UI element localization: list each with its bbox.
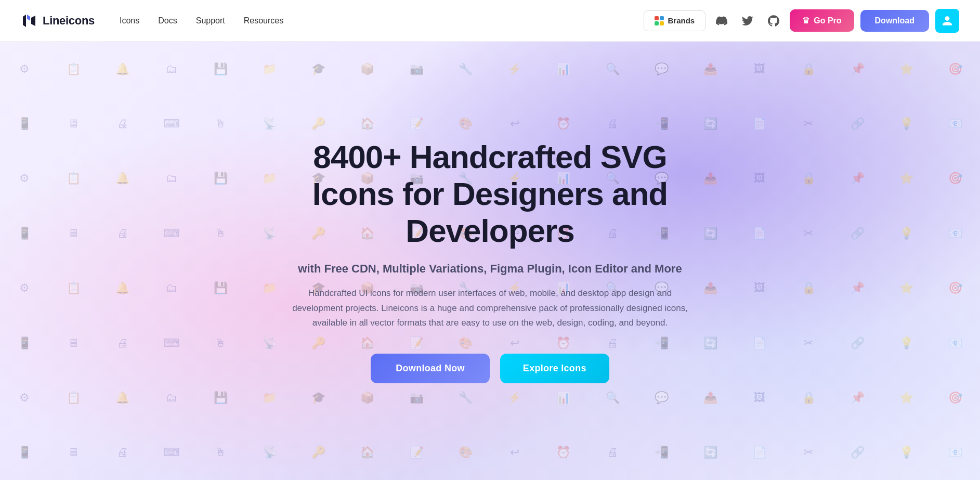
github-icon[interactable] [764, 11, 783, 31]
hero-subtitle: with Free CDN, Multiple Variations, Figm… [277, 262, 703, 276]
discord-icon[interactable] [712, 11, 731, 31]
navbar-left: Lineicons Icons Docs Support Resources [21, 12, 283, 29]
hero-buttons: Download Now Explore Icons [277, 354, 703, 383]
brands-label: Brands [668, 16, 695, 25]
download-now-label: Download Now [396, 363, 465, 373]
nav-link-support[interactable]: Support [196, 16, 225, 25]
logo-text: Lineicons [43, 14, 95, 28]
navbar-right: Brands ♛ Go Pro Download [644, 9, 959, 33]
hero-title: 8400+ Handcrafted SVG Icons for Designer… [277, 138, 703, 250]
twitter-icon[interactable] [738, 11, 757, 31]
explore-icons-button[interactable]: Explore Icons [500, 354, 609, 383]
download-nav-label: Download [875, 16, 914, 25]
crown-icon: ♛ [802, 16, 809, 25]
logo-link[interactable]: Lineicons [21, 12, 95, 29]
brands-button[interactable]: Brands [644, 10, 706, 31]
nav-links: Icons Docs Support Resources [120, 16, 283, 25]
nav-link-docs[interactable]: Docs [158, 16, 177, 25]
hero-description: Handcrafted UI icons for modern user int… [288, 286, 693, 331]
nav-link-resources[interactable]: Resources [244, 16, 283, 25]
user-account-button[interactable] [935, 9, 959, 33]
brands-grid-icon [655, 16, 664, 25]
download-button-nav[interactable]: Download [860, 10, 929, 32]
go-pro-button[interactable]: ♛ Go Pro [790, 9, 854, 32]
navbar: Lineicons Icons Docs Support Resources B… [0, 0, 980, 42]
nav-link-icons[interactable]: Icons [120, 16, 139, 25]
user-icon [942, 15, 953, 27]
logo-icon [21, 12, 37, 29]
explore-icons-label: Explore Icons [523, 363, 586, 373]
hero-section: ⚙📋🔔🗂💾📁🎓📦📷🔧⚡📊🔍💬📤🖼🔒📌⭐🎯 📱🖥🖨⌨🖱📡🔑🏠📝🎨↩⏰🖨📲🔄📄✂🔗💡… [0, 42, 980, 480]
hero-content: 8400+ Handcrafted SVG Icons for Designer… [256, 138, 724, 384]
download-now-button[interactable]: Download Now [371, 354, 490, 383]
go-pro-label: Go Pro [814, 16, 841, 25]
